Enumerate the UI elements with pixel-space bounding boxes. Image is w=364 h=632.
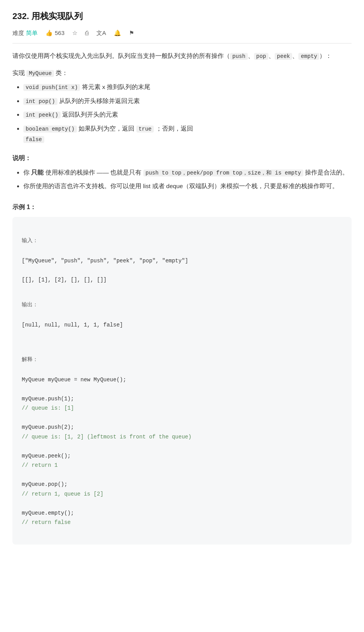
method-signature-1: void push(int x): [23, 84, 80, 91]
false-code: false: [23, 136, 44, 143]
example-title: 示例 1：: [12, 202, 352, 212]
method-desc-4a: 如果队列为空，返回: [78, 125, 136, 132]
note1-mid: 使用标准的栈操作 —— 也就是只有: [44, 169, 143, 176]
output-line1: [null, null, null, 1, 1, false]: [22, 320, 342, 330]
star-item[interactable]: ☆: [72, 28, 77, 38]
difficulty-label: 难度: [12, 28, 24, 38]
notes-title: 说明：: [12, 153, 352, 163]
note1-code: push to top，peek/pop from top，size，和 is …: [143, 169, 303, 176]
output-label: 输出：: [22, 300, 342, 309]
explain-line-3: myQueue.push(2); // queue is: [1, 2] (le…: [22, 422, 342, 442]
true-code: true: [136, 126, 154, 133]
description-section: 请你仅使用两个栈实现先入先出队列。队列应当支持一般队列支持的所有操作（push、…: [12, 51, 352, 61]
method-desc-3: 返回队列开头的元素: [62, 111, 118, 118]
op-pop: pop: [254, 53, 268, 60]
difficulty-item: 难度 简单: [12, 28, 38, 38]
note1-prefix: 你: [23, 169, 31, 176]
explain-label: 解释：: [22, 354, 342, 364]
translate-icon: 文A: [96, 28, 106, 38]
method-desc-1: 将元素 x 推到队列的末尾: [82, 84, 150, 90]
method-signature-2: int pop(): [23, 98, 57, 105]
op-empty: empty: [298, 53, 319, 60]
likes-count: 563: [55, 28, 64, 38]
input-line1: ["MyQueue", "push", "push", "peek", "pop…: [22, 256, 342, 266]
list-item: int peek() 返回队列开头的元素: [23, 109, 352, 120]
implement-label: 实现: [12, 70, 26, 76]
explain-line-4: myQueue.peek(); // return 1: [22, 451, 342, 470]
explain-line-6: myQueue.empty(); // return false: [22, 508, 342, 527]
translate-item[interactable]: 文A: [96, 28, 106, 38]
implement-line: 实现 MyQueue 类：: [12, 68, 352, 78]
op-push: push: [230, 53, 248, 60]
class-name: MyQueue: [26, 70, 54, 77]
example-block: 输入： ["MyQueue", "push", "push", "peek", …: [12, 217, 352, 545]
share-icon: ⎙: [85, 28, 89, 38]
report-item[interactable]: ⚑: [129, 28, 134, 38]
method-signature-4: boolean empty(): [23, 126, 77, 133]
method-desc-2: 从队列的开头移除并返回元素: [59, 98, 140, 104]
explain-line-1: MyQueue myQueue = new MyQueue();: [22, 375, 342, 385]
difficulty-value: 简单: [26, 28, 38, 38]
meta-row: 难度 简单 👍 563 ☆ ⎙ 文A 🔔 ⚑: [12, 28, 352, 44]
notes-list: 你 只能 使用标准的栈操作 —— 也就是只有 push to top，peek/…: [12, 167, 352, 192]
star-icon: ☆: [72, 28, 77, 38]
method-desc-4b: ；否则，返回: [154, 125, 193, 132]
methods-list: void push(int x) 将元素 x 推到队列的末尾 int pop()…: [12, 82, 352, 145]
list-item: boolean empty() 如果队列为空，返回 true ；否则，返回 fa…: [23, 123, 352, 145]
input-line2: [[], [1], [2], [], [], []]: [22, 275, 342, 285]
list-item: int pop() 从队列的开头移除并返回元素: [23, 96, 352, 106]
note-item-2: 你所使用的语言也许不支持栈。你可以使用 list 或者 deque（双端队列）来…: [23, 181, 352, 191]
method-signature-3: int peek(): [23, 112, 61, 119]
op-peek: peek: [275, 53, 293, 60]
note1-suffix: 操作是合法的。: [303, 169, 348, 176]
bell-item[interactable]: 🔔: [114, 28, 121, 38]
list-item: void push(int x) 将元素 x 推到队列的末尾: [23, 82, 352, 93]
input-label: 输入：: [22, 236, 342, 245]
explain-line-2: myQueue.push(1); // queue is: [1]: [22, 394, 342, 413]
report-icon: ⚑: [129, 28, 134, 38]
problem-title: 232. 用栈实现队列: [12, 9, 352, 23]
implement-suffix: 类：: [54, 70, 68, 76]
share-item[interactable]: ⎙: [85, 28, 89, 38]
explain-line-5: myQueue.pop(); // return 1, queue is [2]: [22, 480, 342, 499]
note2-text: 你所使用的语言也许不支持栈。你可以使用 list 或者 deque（双端队列）来…: [23, 183, 338, 189]
likes-item[interactable]: 👍 563: [45, 28, 64, 38]
bell-icon: 🔔: [114, 28, 121, 38]
description-text: 请你仅使用两个栈实现先入先出队列。队列应当支持一般队列支持的所有操作（push、…: [12, 52, 332, 59]
note-item-1: 你 只能 使用标准的栈操作 —— 也就是只有 push to top，peek/…: [23, 167, 352, 178]
thumbs-up-icon: 👍: [45, 28, 53, 38]
note1-bold: 只能: [31, 169, 44, 176]
